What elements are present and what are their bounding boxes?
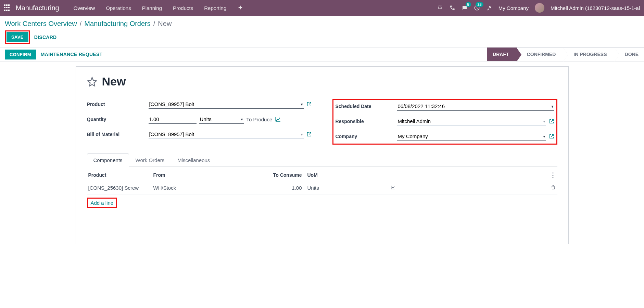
company-switcher[interactable]: My Company: [498, 5, 529, 11]
label-responsible: Responsible: [336, 119, 397, 124]
label-company: Company: [336, 134, 397, 139]
row-from: WH/Stock: [153, 185, 270, 191]
to-produce-label: To Produce: [246, 117, 272, 122]
external-link-icon[interactable]: [306, 102, 312, 107]
col-uom: UoM: [307, 172, 383, 178]
confirm-button[interactable]: CONFIRM: [5, 50, 36, 59]
add-line-button[interactable]: Add a line: [91, 200, 114, 206]
maintenance-request-button[interactable]: MAINTENANCE REQUEST: [41, 52, 103, 57]
tools-icon[interactable]: [486, 5, 492, 11]
table-row[interactable]: [CONS_25630] Screw WH/Stock 1.00 Units: [87, 181, 557, 195]
breadcrumb-root[interactable]: Work Centers Overview: [5, 20, 77, 28]
user-menu[interactable]: Mitchell Admin (16230712-saas-15-1-al: [551, 5, 640, 11]
row-consume: 1.00: [270, 185, 307, 191]
external-link-icon[interactable]: [306, 132, 312, 137]
label-product: Product: [87, 102, 149, 107]
avatar[interactable]: [535, 3, 544, 13]
messages-icon[interactable]: 5: [462, 5, 468, 11]
col-from: From: [153, 172, 270, 178]
col-consume: To Consume: [270, 172, 307, 178]
star-icon[interactable]: [87, 77, 97, 87]
nav-products[interactable]: Products: [168, 3, 198, 13]
label-scheduled: Scheduled Date: [336, 104, 397, 109]
label-bom: Bill of Material: [87, 132, 149, 137]
responsible-field[interactable]: [397, 117, 546, 126]
label-quantity: Quantity: [87, 117, 149, 122]
quantity-field[interactable]: [149, 115, 197, 124]
status-in-progress[interactable]: IN PROGRESS: [563, 48, 614, 61]
bug-icon[interactable]: [437, 5, 443, 11]
forecast-icon[interactable]: [390, 185, 396, 190]
company-field[interactable]: [397, 132, 546, 141]
external-link-icon[interactable]: [549, 134, 554, 139]
nav-reporting[interactable]: Reporting: [199, 3, 231, 13]
status-confirmed[interactable]: CONFIRMED: [517, 48, 564, 61]
col-product: Product: [88, 172, 153, 178]
activities-icon[interactable]: 28: [474, 5, 480, 11]
tab-miscellaneous[interactable]: Miscellaneous: [171, 153, 216, 166]
plus-icon[interactable]: [237, 4, 243, 11]
product-field[interactable]: [149, 100, 304, 109]
messages-badge: 5: [466, 2, 471, 7]
breadcrumb-current: New: [158, 20, 172, 28]
tab-components[interactable]: Components: [87, 153, 129, 166]
status-draft[interactable]: DRAFT: [487, 48, 516, 61]
row-product: [CONS_25630] Screw: [88, 185, 153, 191]
nav-planning[interactable]: Planning: [137, 3, 167, 13]
apps-icon[interactable]: [4, 4, 11, 11]
trash-icon[interactable]: [551, 185, 556, 190]
discard-button[interactable]: DISCARD: [34, 35, 57, 40]
status-steps: DRAFT CONFIRMED IN PROGRESS DONE: [487, 48, 644, 61]
app-title[interactable]: Manufacturing: [16, 4, 59, 12]
nav-operations[interactable]: Operations: [101, 3, 136, 13]
quantity-uom-field[interactable]: [199, 115, 244, 124]
scheduled-date-field[interactable]: [397, 102, 554, 111]
activities-badge: 28: [476, 2, 483, 7]
bom-field[interactable]: [149, 130, 304, 139]
breadcrumb-parent[interactable]: Manufacturing Orders: [84, 20, 150, 28]
breadcrumb: Work Centers Overview / Manufacturing Or…: [5, 20, 639, 28]
external-link-icon[interactable]: [549, 119, 554, 124]
page-title: New: [102, 75, 126, 88]
kebab-icon[interactable]: ⋮: [550, 172, 556, 178]
save-button[interactable]: SAVE: [7, 32, 28, 42]
row-uom: Units: [307, 185, 383, 191]
nav-overview[interactable]: Overview: [69, 3, 100, 13]
tab-work-orders[interactable]: Work Orders: [129, 153, 171, 166]
forecast-icon[interactable]: [275, 116, 281, 122]
phone-icon[interactable]: [449, 5, 455, 11]
